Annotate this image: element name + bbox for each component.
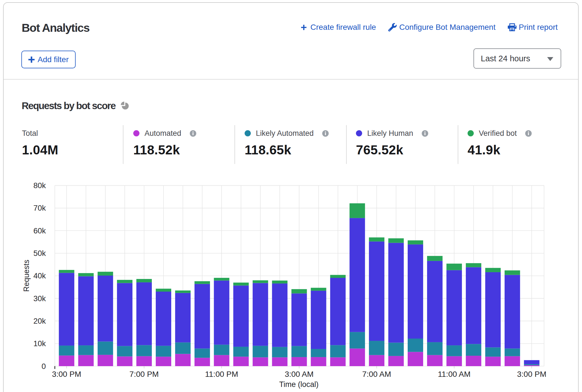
- svg-text:80k: 80k: [33, 181, 46, 190]
- svg-text:10k: 10k: [33, 339, 46, 348]
- svg-text:40k: 40k: [33, 271, 46, 280]
- svg-text:20k: 20k: [33, 317, 46, 325]
- svg-text:3:00 PM: 3:00 PM: [517, 370, 546, 379]
- svg-text:60k: 60k: [33, 226, 46, 235]
- svg-text:30k: 30k: [33, 294, 46, 303]
- svg-text:70k: 70k: [33, 204, 46, 212]
- svg-text:7:00 AM: 7:00 AM: [362, 370, 391, 379]
- svg-text:3:00 PM: 3:00 PM: [52, 370, 81, 379]
- svg-text:11:00 AM: 11:00 AM: [438, 370, 470, 379]
- svg-text:Time (local): Time (local): [279, 380, 319, 389]
- svg-text:50k: 50k: [33, 249, 46, 258]
- svg-text:3:00 AM: 3:00 AM: [285, 370, 314, 379]
- svg-text:7:00 PM: 7:00 PM: [129, 370, 159, 379]
- svg-text:11:00 PM: 11:00 PM: [205, 370, 238, 379]
- svg-text:Requests: Requests: [22, 260, 31, 292]
- svg-text:0: 0: [42, 362, 46, 371]
